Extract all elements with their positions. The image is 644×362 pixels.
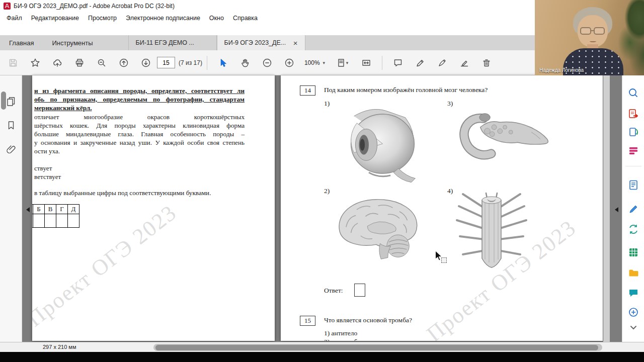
spreadsheet-icon [628, 247, 639, 258]
save-button[interactable] [2, 50, 24, 75]
menu-edit[interactable]: Редактирование [27, 12, 84, 24]
fit-width-button[interactable] [355, 50, 377, 75]
close-tab-icon[interactable]: × [293, 39, 298, 47]
attachments-button[interactable] [5, 143, 18, 156]
star-button[interactable] [24, 50, 46, 75]
vertical-scrollbar[interactable] [603, 75, 610, 342]
horizontal-scrollbar-thumb[interactable] [155, 345, 598, 350]
tab-doc-bi9[interactable]: БИ-9 ОГЭ 2023_ДЕ... × [217, 35, 305, 50]
minus-circle-icon [262, 58, 272, 68]
text-line: и из фрагмента описания породы, определи… [34, 86, 245, 95]
webcam-overlay: Надежда Логинова [535, 0, 644, 75]
print-button[interactable] [68, 50, 91, 75]
question-14-number: 14 [300, 85, 315, 96]
zoom-level-value: 100% [304, 59, 320, 66]
hand-icon [240, 58, 250, 68]
star-icon [30, 58, 40, 68]
chevron-down-icon [628, 322, 639, 333]
option-label-3: 3) [447, 100, 453, 108]
page-size-label: 297 x 210 мм [43, 344, 76, 350]
vertical-scrollbar-thumb[interactable] [1, 92, 6, 110]
convert-arrows-icon [628, 224, 639, 235]
acrobat-logo-icon [4, 3, 11, 10]
option-label-2: 2) [324, 187, 330, 195]
more-tools-button[interactable] [627, 306, 640, 319]
single-page-icon [336, 58, 346, 68]
tab-tools[interactable]: Инструменты [43, 35, 102, 50]
zoom-out-button[interactable] [256, 50, 278, 75]
text-line: ости уха. [34, 147, 245, 155]
sign-button[interactable] [431, 50, 453, 75]
create-pdf-button[interactable] [627, 126, 640, 139]
toolbar-separator [382, 56, 382, 70]
table-cell [56, 214, 68, 228]
highlight-button[interactable] [409, 50, 431, 75]
create-pdf-icon [628, 127, 639, 138]
prepare-form-button[interactable] [627, 178, 640, 192]
table-header-cell: В [45, 205, 56, 214]
plus-circle-icon [284, 58, 294, 68]
delete-button[interactable] [475, 50, 498, 75]
answer-table: Б В Г Д [32, 204, 79, 228]
collapse-right-panel-icon[interactable] [612, 207, 618, 212]
search-minus-icon [97, 58, 107, 68]
folder-icon [628, 267, 639, 279]
convert-button[interactable] [627, 223, 640, 236]
left-panel-strip [0, 75, 22, 342]
hand-tool-button[interactable] [234, 50, 256, 75]
menu-window[interactable]: Окно [205, 12, 228, 24]
glasses-lens-left [580, 27, 591, 35]
share-cloud-button[interactable] [46, 50, 68, 75]
page-number-input[interactable] [157, 57, 175, 68]
bookmark-icon [6, 120, 16, 130]
mouse-cursor [435, 250, 443, 263]
table-header-cell: Г [56, 205, 68, 214]
answer-input-box[interactable] [354, 284, 365, 297]
fill-sign-tool-button[interactable] [627, 203, 640, 216]
arrow-down-circle-icon [141, 58, 151, 68]
tab-doc-bi11[interactable]: БИ-11 ЕГЭ ДЕМО ... [128, 35, 217, 50]
comment-button[interactable] [387, 50, 409, 75]
menu-help[interactable]: Справка [228, 12, 262, 24]
search-icon [628, 87, 639, 99]
organize-pages-button[interactable] [627, 144, 640, 157]
table-cell [68, 214, 79, 228]
chat-bubble-icon [628, 288, 639, 299]
pancreas-image [458, 107, 553, 170]
menu-file[interactable]: Файл [2, 12, 27, 24]
zoom-in-button[interactable] [278, 50, 300, 75]
chevron-down-icon: ▾ [346, 60, 349, 65]
next-page-button[interactable] [135, 50, 157, 75]
pages-icon [6, 96, 16, 106]
fill-sign-button[interactable] [453, 50, 475, 75]
scroll-more-button[interactable] [627, 321, 640, 334]
menu-view[interactable]: Просмотр [84, 12, 121, 24]
text-line: ствует [34, 164, 61, 172]
highlighter-icon [415, 58, 425, 68]
pencil-icon [628, 204, 639, 215]
search-tool-button[interactable] [627, 86, 640, 100]
tab-home[interactable]: Главная [0, 35, 43, 50]
form-document-icon [628, 179, 639, 191]
question-15-number: 15 [300, 316, 315, 326]
page-display-dropdown[interactable]: ▾ [329, 50, 355, 75]
previous-page-button[interactable] [113, 50, 135, 75]
option-label-1: 1) [324, 100, 330, 108]
horizontal-scrollbar[interactable] [153, 344, 602, 351]
answer-label: Ответ: [324, 287, 343, 295]
select-tool-button[interactable] [212, 50, 234, 75]
collapse-left-panel-icon[interactable] [24, 207, 30, 212]
brain-image [331, 195, 427, 265]
page-thumbnails-button[interactable] [5, 95, 18, 108]
bookmarks-button[interactable] [5, 119, 18, 132]
combine-files-button[interactable] [627, 266, 640, 280]
printer-icon [74, 58, 85, 68]
export-spreadsheet-button[interactable] [627, 246, 640, 259]
menu-esign[interactable]: Электронное подписание [121, 12, 205, 24]
comment-tool-button[interactable] [627, 287, 640, 300]
option-label-4: 4) [447, 187, 453, 195]
zoom-level-dropdown[interactable]: 100% ▾ [300, 50, 329, 75]
answer-options-list: ствует ветствует [34, 164, 61, 181]
export-pdf-button[interactable] [627, 108, 640, 121]
zoom-search-button[interactable] [91, 50, 113, 75]
